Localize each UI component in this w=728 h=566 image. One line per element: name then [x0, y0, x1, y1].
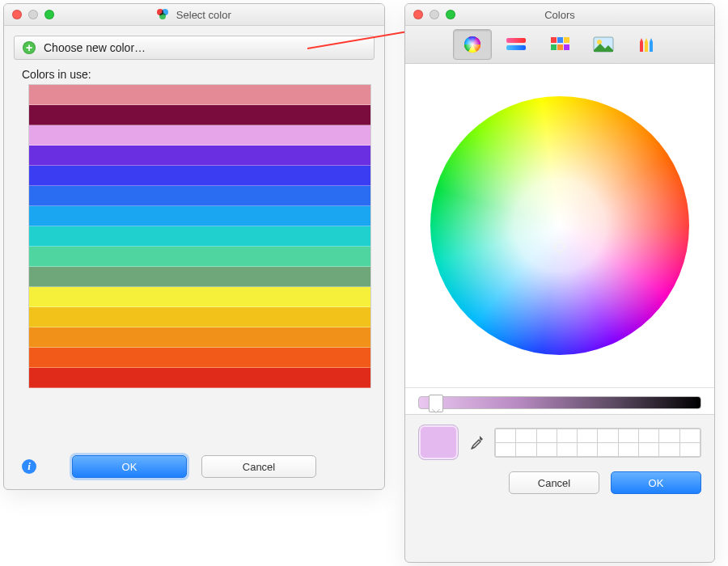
ok-button-label: OK — [649, 477, 664, 489]
colors-in-use-list — [28, 84, 371, 388]
color-well[interactable] — [598, 429, 617, 442]
ok-button-label: OK — [122, 461, 138, 473]
svg-rect-4 — [506, 45, 526, 50]
select-color-title: Select color — [4, 9, 384, 21]
color-well[interactable] — [659, 429, 679, 442]
sliders-icon — [505, 36, 527, 53]
brightness-slider[interactable] — [418, 396, 701, 409]
color-well[interactable] — [659, 443, 679, 456]
color-swatch[interactable] — [29, 327, 370, 348]
color-swatch[interactable] — [29, 125, 370, 146]
brightness-slider-thumb[interactable] — [429, 395, 443, 412]
color-picker-tabs — [405, 26, 714, 64]
colors-title: Colors — [405, 9, 714, 21]
svg-rect-5 — [551, 37, 557, 43]
color-well[interactable] — [496, 429, 515, 442]
color-swatch[interactable] — [29, 226, 370, 247]
color-swatch[interactable] — [29, 146, 370, 166]
color-well[interactable] — [557, 429, 577, 442]
color-well[interactable] — [557, 443, 577, 456]
svg-rect-9 — [557, 44, 563, 50]
color-well[interactable] — [680, 443, 700, 456]
color-swatch[interactable] — [29, 105, 370, 125]
image-icon — [592, 36, 615, 53]
tab-crayons[interactable] — [628, 29, 667, 60]
svg-rect-7 — [564, 37, 569, 43]
color-swatch[interactable] — [29, 287, 370, 307]
color-wheel-icon — [461, 36, 484, 53]
svg-rect-3 — [506, 38, 526, 43]
cancel-button-label: Cancel — [538, 477, 570, 489]
color-well[interactable] — [516, 443, 535, 456]
colors-title-text: Colors — [544, 9, 575, 21]
colors-window: Colors — [404, 3, 715, 563]
color-wheel-area — [405, 64, 714, 388]
tab-image-palettes[interactable] — [584, 29, 623, 60]
color-swatch[interactable] — [29, 166, 370, 186]
color-swatch[interactable] — [29, 206, 370, 226]
color-well[interactable] — [619, 443, 638, 456]
svg-point-12 — [597, 40, 602, 44]
color-well[interactable] — [598, 443, 617, 456]
info-icon[interactable]: i — [22, 459, 36, 474]
crayons-icon — [636, 36, 658, 53]
plus-icon: + — [23, 41, 36, 54]
color-swatch[interactable] — [29, 85, 370, 105]
tab-color-wheel[interactable] — [453, 29, 492, 60]
color-well[interactable] — [680, 429, 700, 442]
color-swatch[interactable] — [29, 368, 370, 388]
cancel-button[interactable]: Cancel — [509, 471, 599, 494]
ok-button[interactable]: OK — [611, 471, 701, 494]
svg-rect-8 — [551, 44, 557, 50]
colors-titlebar: Colors — [405, 4, 714, 26]
palettes-icon — [548, 36, 571, 53]
colors-in-use-label: Colors in use: — [22, 68, 373, 81]
cancel-button-label: Cancel — [243, 461, 275, 473]
current-color-swatch[interactable] — [418, 424, 459, 460]
eyedropper-button[interactable] — [468, 434, 485, 450]
choose-new-color-label: Choose new color… — [44, 41, 146, 54]
color-swatch[interactable] — [29, 267, 370, 287]
cancel-button[interactable]: Cancel — [201, 455, 316, 478]
color-wheel[interactable] — [430, 96, 689, 355]
color-well[interactable] — [578, 429, 597, 442]
choose-new-color-button[interactable]: + Choose new color… — [14, 36, 375, 60]
svg-rect-6 — [557, 37, 563, 43]
svg-point-13 — [555, 242, 565, 251]
color-well[interactable] — [537, 429, 557, 442]
color-swatch[interactable] — [29, 307, 370, 327]
color-well[interactable] — [578, 443, 597, 456]
svg-point-2 — [464, 36, 480, 53]
select-color-titlebar: Select color — [4, 4, 384, 26]
color-well[interactable] — [516, 429, 535, 442]
color-swatch[interactable] — [29, 348, 370, 368]
tab-color-sliders[interactable] — [497, 29, 535, 60]
color-well[interactable] — [639, 443, 658, 456]
color-swatch[interactable] — [29, 247, 370, 267]
ok-button[interactable]: OK — [72, 455, 187, 478]
tab-color-palettes[interactable] — [540, 29, 579, 60]
select-color-window: Select color + Choose new color… Colors … — [3, 3, 385, 490]
color-swatch[interactable] — [29, 186, 370, 206]
color-well[interactable] — [619, 429, 638, 442]
color-well[interactable] — [639, 429, 658, 442]
color-wheel-cursor-icon — [552, 239, 567, 254]
svg-rect-10 — [564, 44, 569, 50]
select-color-title-text: Select color — [176, 9, 231, 21]
app-color-icon — [157, 9, 168, 20]
color-well[interactable] — [537, 443, 557, 456]
color-wells[interactable] — [494, 428, 701, 458]
color-well[interactable] — [496, 443, 515, 456]
